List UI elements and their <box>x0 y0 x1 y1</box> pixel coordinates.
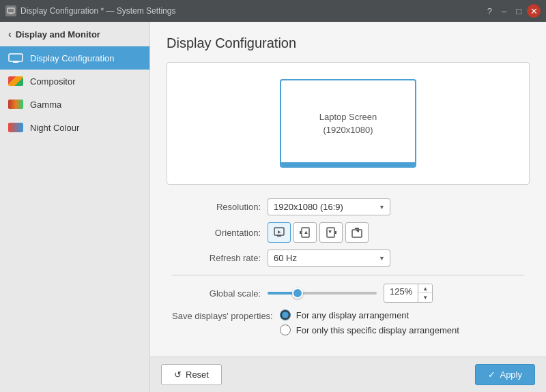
sidebar-item-label: Gamma <box>30 100 61 110</box>
refresh-rate-select[interactable]: 60 Hz 75 Hz 120 Hz <box>268 250 390 267</box>
window-title: Display Configuration * — System Setting… <box>20 6 175 16</box>
scale-down-button[interactable]: ▼ <box>418 293 432 302</box>
svg-text:▶: ▶ <box>304 230 308 234</box>
orientation-flipped-icon: ▶ <box>351 226 363 239</box>
orientation-control: ▶ ▶ <box>268 222 472 243</box>
orientation-normal-btn[interactable]: ▶ <box>268 222 291 243</box>
orientation-label: Orientation: <box>172 228 268 238</box>
settings-form: Resolution: 1920x1080 (16:9) 1280x720 (1… <box>167 198 530 335</box>
svg-rect-14 <box>355 228 359 229</box>
sidebar-item-label: Night Colour <box>30 123 79 133</box>
global-scale-slider[interactable] <box>268 292 377 295</box>
save-displays-control: For any display arrangement For only thi… <box>280 310 485 335</box>
svg-rect-2 <box>9 54 23 61</box>
monitor-name: Laptop Screen <box>319 112 377 122</box>
svg-rect-5 <box>277 235 281 237</box>
scale-spinbox: 125% ▲ ▼ <box>384 284 433 303</box>
resolution-select-wrapper: 1920x1080 (16:9) 1280x720 (16:9) 1024x76… <box>268 198 390 215</box>
svg-rect-8 <box>300 231 301 234</box>
apply-label: Apply <box>500 370 522 380</box>
save-specific-option[interactable]: For only this specific display arrangeme… <box>280 325 485 335</box>
content-inner: Display Configuration Laptop Screen (192… <box>150 22 546 357</box>
svg-rect-3 <box>13 61 18 63</box>
bottom-bar: ↺ Reset ✓ Apply <box>150 357 546 392</box>
save-specific-label: For only this specific display arrangeme… <box>296 325 459 335</box>
svg-rect-11 <box>335 231 336 234</box>
resolution-control: 1920x1080 (16:9) 1280x720 (16:9) 1024x76… <box>268 198 472 215</box>
sidebar-back-button[interactable]: ‹ Display and Monitor <box>0 22 149 46</box>
main-container: ‹ Display and Monitor Display Configurat… <box>0 22 546 392</box>
night-colour-icon <box>8 122 23 133</box>
sidebar-item-night-colour[interactable]: Night Colour <box>0 116 149 139</box>
sidebar-item-display-config[interactable]: Display Configuration <box>0 46 149 70</box>
help-button[interactable]: ? <box>483 5 496 18</box>
monitor-preview-box: Laptop Screen (1920x1080) <box>280 79 416 168</box>
save-displays-radio-group: For any display arrangement For only thi… <box>280 310 485 335</box>
settings-divider <box>172 275 524 275</box>
apply-button[interactable]: ✓ Apply <box>475 364 535 385</box>
orientation-group: ▶ ▶ <box>268 222 472 243</box>
resolution-row: Resolution: 1920x1080 (16:9) 1280x720 (1… <box>172 198 524 215</box>
scale-value: 125% <box>384 284 418 302</box>
svg-text:▶: ▶ <box>278 230 281 234</box>
spinbox-arrows: ▲ ▼ <box>418 284 432 302</box>
refresh-rate-control: 60 Hz 75 Hz 120 Hz <box>268 250 472 267</box>
reset-label: Reset <box>186 370 209 380</box>
save-specific-radio[interactable] <box>280 325 291 335</box>
content-area: Display Configuration Laptop Screen (192… <box>150 22 546 392</box>
orientation-flipped-btn[interactable]: ▶ <box>345 222 369 243</box>
orientation-ccw-icon: ▶ <box>299 226 311 239</box>
monitor-resolution: (1920x1080) <box>323 125 373 135</box>
refresh-rate-row: Refresh rate: 60 Hz 75 Hz 120 Hz <box>172 250 524 267</box>
close-button[interactable]: ✕ <box>527 4 541 18</box>
sidebar-item-label: Compositor <box>30 76 75 87</box>
refresh-rate-select-wrapper: 60 Hz 75 Hz 120 Hz <box>268 250 390 267</box>
sidebar-item-gamma[interactable]: Gamma <box>0 93 149 116</box>
scale-up-button[interactable]: ▲ <box>418 284 432 293</box>
titlebar-left: Display Configuration * — System Setting… <box>5 5 175 16</box>
orientation-ccw-btn[interactable]: ▶ <box>293 222 317 243</box>
sidebar: ‹ Display and Monitor Display Configurat… <box>0 22 150 392</box>
minimize-button[interactable]: – <box>498 5 511 18</box>
refresh-rate-label: Refresh rate: <box>172 253 268 263</box>
slider-wrapper: 125% ▲ ▼ <box>268 284 472 303</box>
gamma-icon <box>8 99 23 110</box>
back-arrow-icon: ‹ <box>8 29 12 40</box>
svg-text:▶: ▶ <box>356 229 359 233</box>
global-scale-control: 125% ▲ ▼ <box>268 284 472 303</box>
orientation-row: Orientation: ▶ <box>172 222 524 243</box>
page-title: Display Configuration <box>167 35 530 51</box>
orientation-cw-btn[interactable]: ▶ <box>319 222 343 243</box>
orientation-cw-icon: ▶ <box>325 226 337 239</box>
monitor-label: Laptop Screen (1920x1080) <box>319 110 377 137</box>
reset-icon: ↺ <box>174 370 182 380</box>
apply-icon: ✓ <box>488 370 495 380</box>
global-scale-label: Global scale: <box>172 288 268 299</box>
save-any-label: For any display arrangement <box>296 310 409 320</box>
app-icon <box>5 5 16 16</box>
monitor-bottom-bar <box>281 162 415 166</box>
titlebar: Display Configuration * — System Setting… <box>0 0 546 22</box>
save-displays-label: Save displays' properties: <box>172 310 280 321</box>
svg-rect-1 <box>10 13 12 14</box>
compositor-icon <box>8 76 23 87</box>
svg-rect-0 <box>8 8 14 13</box>
sidebar-item-compositor[interactable]: Compositor <box>0 70 149 93</box>
monitor-preview-container: Laptop Screen (1920x1080) <box>167 62 530 185</box>
titlebar-controls: ? – □ ✕ <box>483 4 541 18</box>
orientation-normal-icon: ▶ <box>273 226 285 239</box>
svg-text:▶: ▶ <box>328 230 332 234</box>
maximize-button[interactable]: □ <box>512 5 526 18</box>
resolution-label: Resolution: <box>172 202 268 212</box>
display-config-icon <box>8 52 23 63</box>
sidebar-section-title: Display and Monitor <box>16 29 100 40</box>
resolution-select[interactable]: 1920x1080 (16:9) 1280x720 (16:9) 1024x76… <box>268 198 390 215</box>
save-displays-row: Save displays' properties: For any displ… <box>172 310 524 335</box>
save-any-option[interactable]: For any display arrangement <box>280 310 485 320</box>
reset-button[interactable]: ↺ Reset <box>161 364 222 385</box>
sidebar-item-label: Display Configuration <box>30 53 115 63</box>
global-scale-row: Global scale: 125% ▲ ▼ <box>172 284 524 303</box>
save-any-radio[interactable] <box>280 310 291 320</box>
